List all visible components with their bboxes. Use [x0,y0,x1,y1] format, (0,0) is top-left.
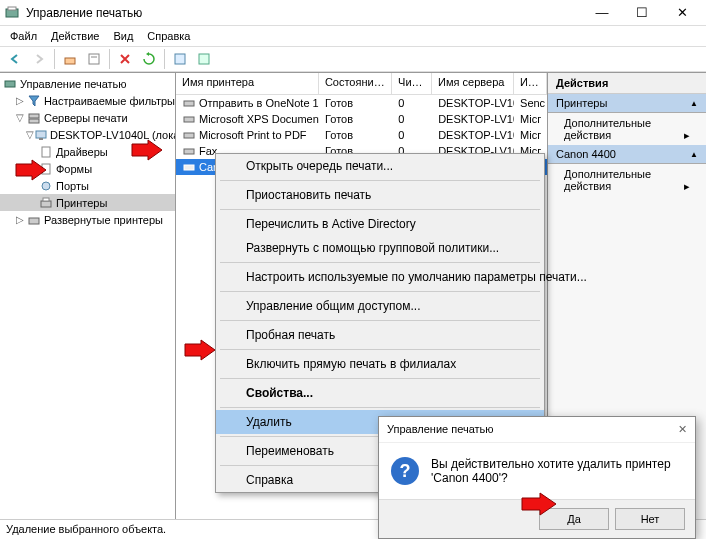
printer-server: DESKTOP-LV10... [432,113,514,125]
app-icon [4,5,20,21]
col-state[interactable]: Состояние оч... [319,73,392,94]
delete-button[interactable] [114,48,136,70]
minimize-button[interactable]: — [582,0,622,26]
tree-ports-label: Порты [56,180,89,192]
printer-drv: Micг [514,129,547,141]
filter-icon [26,93,42,109]
triangle-up-icon: ▲ [690,150,698,159]
help-button[interactable] [193,48,215,70]
actions-more-label: Дополнительные действия [564,168,651,192]
question-icon: ? [391,457,419,485]
ctx-sharing[interactable]: Управление общим доступом... [216,294,544,318]
collapse-icon[interactable]: ▽ [26,129,34,140]
actions-more[interactable]: Дополнительные действия ▸ [548,113,706,145]
chevron-right-icon: ▸ [684,180,690,193]
close-button[interactable]: ✕ [662,0,702,26]
printer-icon [182,96,196,110]
dialog-titlebar: Управление печатью ✕ [379,417,695,443]
menu-action[interactable]: Действие [45,28,105,44]
chevron-right-icon: ▸ [684,129,690,142]
ctx-list-ad[interactable]: Перечислить в Active Directory [216,212,544,236]
properties-button[interactable] [83,48,105,70]
menu-help[interactable]: Справка [141,28,196,44]
confirm-dialog: Управление печатью ✕ ? Вы действительно … [378,416,696,539]
ctx-defaults[interactable]: Настроить используемые по умолчанию пара… [216,265,544,289]
printer-icon [182,160,196,174]
svg-rect-16 [43,198,49,201]
forward-button[interactable] [28,48,50,70]
tree-filters[interactable]: ▷ Настраиваемые фильтры [0,92,175,109]
actions-header: Действия [548,73,706,94]
refresh-button[interactable] [138,48,160,70]
table-row[interactable]: Microsoft XPS Document Writer Готов 0 DE… [176,111,547,127]
table-row[interactable]: Microsoft Print to PDF Готов 0 DESKTOP-L… [176,127,547,143]
printer-state: Готов [319,129,392,141]
actions-group-selected[interactable]: Canon 4400 ▲ [548,145,706,164]
col-drv[interactable]: Им... [514,73,547,94]
tree-root-label: Управление печатью [20,78,127,90]
up-button[interactable] [59,48,81,70]
back-button[interactable] [4,48,26,70]
tree-drivers-label: Драйверы [56,146,108,158]
menu-bar: Файл Действие Вид Справка [0,26,706,46]
toolbar [0,46,706,72]
tree-servers[interactable]: ▽ Серверы печати [0,109,175,126]
ctx-test-page[interactable]: Пробная печать [216,323,544,347]
ctx-branch[interactable]: Включить прямую печать в филиалах [216,352,544,376]
dialog-title: Управление печатью [387,423,494,436]
svg-rect-5 [175,54,185,64]
menu-file[interactable]: Файл [4,28,43,44]
deployed-icon [26,212,42,228]
expand-icon[interactable]: ▷ [14,95,26,106]
svg-rect-20 [184,133,194,138]
actions-more-2[interactable]: Дополнительные действия ▸ [548,164,706,196]
printers-icon [38,195,54,211]
col-jobs[interactable]: Число ... [392,73,432,94]
ctx-pause[interactable]: Приостановить печать [216,183,544,207]
menu-view[interactable]: Вид [107,28,139,44]
printer-server: DESKTOP-LV10... [432,97,514,109]
col-server[interactable]: Имя сервера [432,73,514,94]
collapse-icon[interactable]: ▽ [14,112,26,123]
no-button[interactable]: Нет [615,508,685,530]
printer-state: Готов [319,113,392,125]
svg-rect-12 [42,147,50,157]
pointer-arrow-icon [130,138,166,162]
tree-deployed[interactable]: ▷ Развернутые принтеры [0,211,175,228]
tree-servers-label: Серверы печати [44,112,128,124]
ctx-gpo[interactable]: Развернуть с помощью групповой политики.… [216,236,544,260]
actions-group-label: Canon 4400 [556,148,616,160]
col-name[interactable]: Имя принтера [176,73,319,94]
expand-icon[interactable]: ▷ [14,214,26,225]
printer-name: Microsoft XPS Document Writer [199,113,319,125]
svg-rect-3 [89,54,99,64]
svg-rect-17 [29,218,39,224]
tree-root[interactable]: Управление печатью [0,75,175,92]
maximize-button[interactable]: ☐ [622,0,662,26]
svg-rect-7 [5,81,15,87]
tree-filters-label: Настраиваемые фильтры [44,95,175,107]
table-row[interactable]: Отправить в OneNote 16 Готов 0 DESKTOP-L… [176,95,547,111]
tree-printers-label: Принтеры [56,197,107,209]
computer-icon [34,127,48,143]
ctx-open-queue[interactable]: Открыть очередь печати... [216,154,544,178]
list-view-button[interactable] [169,48,191,70]
printer-drv: Senс [514,97,547,109]
svg-rect-22 [184,165,194,170]
svg-rect-15 [41,201,51,207]
pointer-arrow-icon [520,491,560,517]
svg-rect-8 [29,114,39,118]
svg-rect-21 [184,149,194,154]
printer-state: Готов [319,97,392,109]
dialog-text: Вы действительно хотите удалить принтер … [431,457,683,485]
svg-rect-11 [39,138,43,140]
svg-rect-18 [184,101,194,106]
svg-rect-1 [8,7,16,10]
actions-more-label: Дополнительные действия [564,117,651,141]
printer-server: DESKTOP-LV10... [432,129,514,141]
tree-printers[interactable]: Принтеры [0,194,175,211]
ctx-properties[interactable]: Свойства... [216,381,544,405]
actions-group-printers[interactable]: Принтеры ▲ [548,94,706,113]
tree-deployed-label: Развернутые принтеры [44,214,163,226]
dialog-close-button[interactable]: ✕ [678,423,687,436]
